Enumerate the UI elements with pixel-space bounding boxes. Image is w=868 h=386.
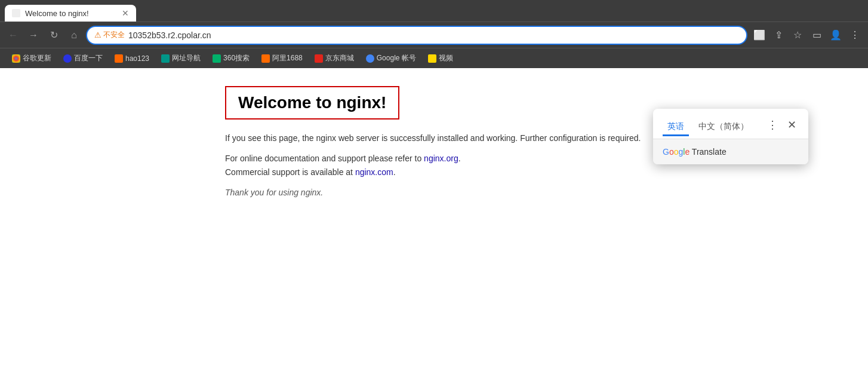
bookmark-label-wangzhi: 网址导航 [172, 53, 201, 63]
address-text: 10352b53.r2.cpolar.cn [128, 30, 739, 40]
nginx-paragraph-3: Thank you for using nginx. [225, 186, 643, 199]
bookmark-favicon-baidu [63, 54, 72, 63]
bookmark-google-account[interactable]: Google 帐号 [361, 51, 421, 66]
browser-frame: Welcome to nginx! ✕ ← → ↻ ⌂ ⚠ 不安全 10352b… [0, 0, 868, 386]
bookmark-video[interactable]: 视频 [423, 51, 458, 66]
bookmark-label-360: 360搜索 [223, 53, 250, 63]
tab-favicon [12, 9, 20, 17]
toolbar-actions: ⬜ ⇪ ☆ ▭ 👤 ⋮ [751, 27, 863, 44]
bookmark-favicon-video [428, 54, 436, 63]
bookmark-favicon-360 [213, 54, 221, 63]
nginx-org-link[interactable]: nginx.org [424, 154, 458, 163]
reload-button[interactable]: ↻ [45, 27, 62, 44]
bookmark-favicon-alibaba [261, 54, 270, 63]
google-letter-o1: o [669, 147, 674, 157]
translate-header: 英语 中文（简体） ⋮ ✕ [653, 109, 808, 139]
bookmark-label-video: 视频 [439, 53, 453, 63]
share-icon[interactable]: ⇪ [770, 27, 787, 44]
nginx-p2-pre: For online documentation and support ple… [225, 154, 424, 163]
translate-more-icon[interactable]: ⋮ [765, 116, 780, 134]
address-bar[interactable]: ⚠ 不安全 10352b53.r2.cpolar.cn [86, 26, 747, 45]
bookmark-hao123[interactable]: hao123 [110, 52, 154, 65]
nginx-p2-end: . [393, 167, 396, 177]
bookmark-favicon-google-account [366, 54, 374, 63]
nginx-page-title: Welcome to nginx! [238, 93, 386, 112]
translate-close-button[interactable]: ✕ [785, 116, 799, 134]
nginx-com-link[interactable]: nginx.com [355, 167, 393, 177]
menu-icon[interactable]: ⋮ [847, 27, 863, 44]
bookmark-label-google: 谷歌更新 [23, 53, 51, 63]
nginx-paragraph-2: For online documentation and support ple… [225, 152, 643, 179]
bookmark-favicon-jd [315, 54, 323, 63]
bookmark-favicon-hao123 [115, 54, 123, 63]
google-letter-g: G [663, 147, 669, 157]
window-icon[interactable]: ▭ [808, 27, 825, 44]
security-warning: ⚠ 不安全 [94, 30, 125, 40]
browser-tab[interactable]: Welcome to nginx! ✕ [5, 5, 136, 22]
nginx-page: Welcome to nginx! If you see this page, … [225, 86, 643, 386]
nginx-title-box: Welcome to nginx! [225, 86, 399, 120]
bookmark-label-jd: 京东商城 [325, 53, 354, 63]
cast-icon[interactable]: ⬜ [751, 27, 768, 44]
google-letter-e: e [685, 147, 690, 157]
bookmark-favicon-google [12, 54, 20, 63]
bookmark-label-alibaba: 阿里1688 [272, 53, 303, 63]
bookmark-icon[interactable]: ☆ [789, 27, 806, 44]
bookmark-wangzhi[interactable]: 网址导航 [156, 51, 205, 66]
home-button[interactable]: ⌂ [66, 27, 82, 44]
nginx-body: If you see this page, the nginx web serv… [225, 131, 643, 200]
warning-icon: ⚠ [94, 30, 101, 39]
tab-bar: Welcome to nginx! ✕ [0, 0, 868, 22]
back-button[interactable]: ← [5, 27, 21, 44]
bookmarks-bar: 谷歌更新 百度一下 hao123 网址导航 360搜索 阿里1688 京东商城 [0, 48, 868, 68]
bookmark-baidu[interactable]: 百度一下 [59, 51, 107, 66]
translate-tab-chinese[interactable]: 中文（简体） [694, 119, 753, 136]
translate-body: Google Translate [653, 139, 808, 164]
bookmark-google[interactable]: 谷歌更新 [7, 51, 56, 66]
bookmark-alibaba[interactable]: 阿里1688 [257, 51, 307, 66]
bookmark-label-hao123: hao123 [125, 54, 149, 63]
forward-button[interactable]: → [25, 27, 42, 44]
tab-title: Welcome to nginx! [25, 9, 117, 18]
bookmark-label-baidu: 百度一下 [74, 53, 103, 63]
translate-popup: 英语 中文（简体） ⋮ ✕ Google Translate [653, 109, 808, 164]
translate-label: Translate [692, 147, 727, 157]
nginx-paragraph-1: If you see this page, the nginx web serv… [225, 131, 643, 145]
toolbar: ← → ↻ ⌂ ⚠ 不安全 10352b53.r2.cpolar.cn ⬜ ⇪ … [0, 22, 868, 48]
nginx-thank-you: Thank you for using nginx. [225, 188, 323, 197]
bookmark-360[interactable]: 360搜索 [208, 51, 254, 66]
bookmark-favicon-wangzhi [161, 54, 170, 63]
bookmark-jd[interactable]: 京东商城 [310, 51, 359, 66]
content-area: Welcome to nginx! If you see this page, … [0, 68, 868, 386]
translate-tab-english[interactable]: 英语 [663, 119, 689, 136]
bookmark-label-google-account: Google 帐号 [377, 53, 416, 63]
profile-icon[interactable]: 👤 [827, 27, 844, 44]
tab-close-button[interactable]: ✕ [122, 8, 129, 18]
translate-google-text: Google Translate [663, 147, 727, 157]
